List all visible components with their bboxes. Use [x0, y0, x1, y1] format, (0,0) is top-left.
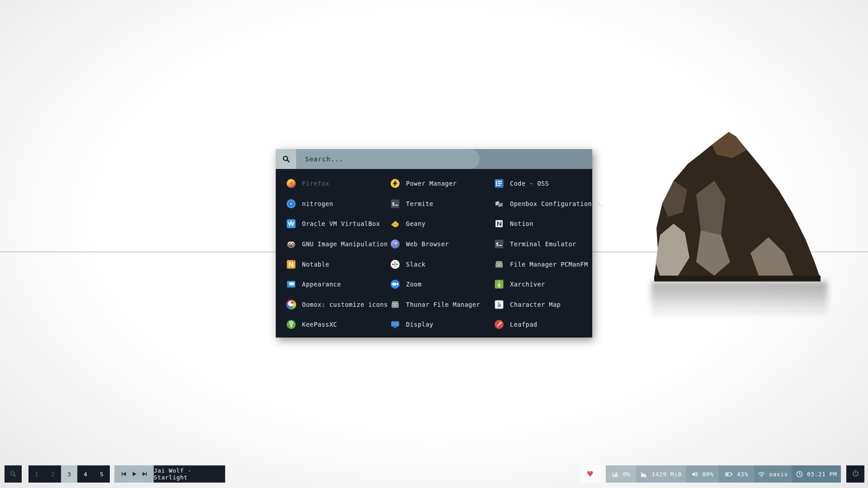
app-item[interactable]: Oracle VM VirtualBox [286, 214, 390, 234]
workspace-2[interactable]: 2 [45, 465, 61, 483]
app-item[interactable]: Slack [390, 254, 494, 274]
bar-chart-icon [612, 470, 619, 478]
xarchiver-icon [494, 279, 504, 289]
app-item[interactable]: Openbox Configuration M… [494, 194, 598, 214]
app-item[interactable]: Xarchiver [494, 274, 598, 295]
app-label: Oracle VM VirtualBox [302, 220, 380, 227]
app-label: File Manager PCManFM [510, 261, 588, 268]
app-grid: FirefoxPower ManagerCode - OSSnitrogen$T… [276, 169, 592, 338]
area-chart-icon [640, 470, 648, 478]
terminal-icon: $ [494, 239, 504, 249]
app-item[interactable]: Notable [286, 254, 390, 274]
app-label: Leafpad [510, 321, 537, 328]
app-item[interactable]: Code - OSS [494, 174, 598, 194]
app-item[interactable]: GNU Image Manipulation … [286, 234, 390, 254]
app-label: KeePassXC [302, 321, 337, 328]
file-drawer-icon [494, 259, 504, 269]
taskbar-search-button[interactable] [5, 465, 22, 483]
app-item[interactable]: File Manager PCManFM [494, 254, 598, 274]
app-item[interactable]: Thunar File Manager [390, 295, 494, 315]
firefox-icon [286, 178, 296, 188]
wifi-icon [758, 470, 765, 478]
app-label: Notion [510, 220, 533, 227]
speaker-icon [691, 470, 699, 478]
status-wifi[interactable]: oasis [754, 465, 792, 483]
app-label: Zoom [406, 281, 422, 288]
app-label: Character Map [510, 301, 561, 308]
gimp-icon [286, 239, 296, 249]
app-item[interactable]: Zoom [390, 274, 494, 295]
workspace-5[interactable]: 5 [94, 465, 110, 483]
app-label: Termite [406, 200, 433, 207]
power-manager-icon [390, 178, 400, 188]
status-value: 0% [623, 471, 631, 478]
appearance-icon [286, 279, 296, 289]
sea-stack-rock [646, 127, 836, 325]
nitrogen-icon [286, 199, 296, 209]
app-item[interactable]: KeePassXC [286, 314, 390, 335]
app-item[interactable]: $Termite [390, 194, 494, 214]
app-item[interactable]: Display [390, 314, 494, 335]
workspace-1[interactable]: 1 [28, 465, 45, 483]
virtualbox-icon [286, 219, 296, 229]
status-volume[interactable]: 80% [686, 465, 719, 483]
app-label: Code - OSS [510, 180, 549, 187]
app-label: Display [406, 321, 433, 328]
power-button[interactable] [846, 465, 864, 483]
previous-icon[interactable] [121, 471, 127, 477]
app-item[interactable]: Geany [390, 214, 494, 234]
status-value: oasis [769, 471, 788, 478]
app-item[interactable]: Notion [494, 214, 598, 234]
app-label: Firefox [302, 180, 329, 187]
app-item[interactable]: nitrogen [286, 194, 390, 214]
app-item[interactable]: Leafpad [494, 314, 598, 335]
oomox-icon [286, 300, 296, 310]
display-icon [390, 319, 400, 329]
app-item[interactable]: $Terminal Emulator [494, 234, 598, 254]
heart-icon: ♥ [586, 469, 593, 479]
app-item[interactable]: Appearance [286, 274, 390, 295]
media-module: Jai Wolf - Starlight [114, 465, 225, 483]
geany-icon [390, 219, 400, 229]
svg-text:à: à [497, 301, 501, 308]
app-label: Geany [406, 220, 425, 227]
app-label: Terminal Emulator [510, 240, 576, 248]
search-icon [276, 149, 296, 169]
app-item[interactable]: Power Manager [390, 174, 494, 194]
workspace-3[interactable]: 3 [61, 465, 77, 483]
launcher-searchbar [276, 149, 592, 169]
app-item[interactable]: Web Browser [390, 234, 494, 254]
notion-icon [494, 219, 504, 229]
charmap-icon: à [494, 300, 504, 310]
status-memory[interactable]: 1429 MiB [636, 465, 686, 483]
app-label: Oomox: customize icons … [302, 301, 396, 308]
app-label: Openbox Configuration M… [510, 200, 604, 207]
app-label: Slack [406, 261, 425, 268]
clock-icon [796, 470, 803, 478]
file-drawer-icon [390, 300, 400, 310]
search-input[interactable] [296, 149, 480, 169]
status-clock[interactable]: 03:21 PM [792, 465, 841, 483]
app-label: Notable [302, 261, 329, 268]
status-cpu[interactable]: 0% [606, 465, 636, 483]
favorite-button[interactable]: ♥ [580, 465, 600, 483]
code-oss-icon [494, 178, 504, 188]
status-value: 1429 MiB [651, 471, 682, 478]
app-label: nitrogen [302, 200, 333, 207]
status-value: 03:21 PM [807, 471, 837, 478]
app-item[interactable]: Firefox [286, 174, 390, 194]
keepassxc-icon [286, 319, 296, 329]
app-item[interactable]: Oomox: customize icons … [286, 295, 390, 315]
app-label: GNU Image Manipulation … [302, 240, 396, 248]
play-icon[interactable] [131, 471, 137, 477]
next-icon[interactable] [142, 471, 148, 477]
notable-icon [286, 259, 296, 269]
status-value: 80% [703, 471, 714, 478]
app-label: Appearance [302, 281, 341, 288]
slack-icon [390, 259, 400, 269]
now-playing-title: Jai Wolf - Starlight [154, 465, 225, 483]
status-battery[interactable]: 43% [719, 465, 754, 483]
app-item[interactable]: àCharacter Map [494, 295, 598, 315]
openbox-config-icon [494, 199, 504, 209]
workspace-4[interactable]: 4 [77, 465, 94, 483]
